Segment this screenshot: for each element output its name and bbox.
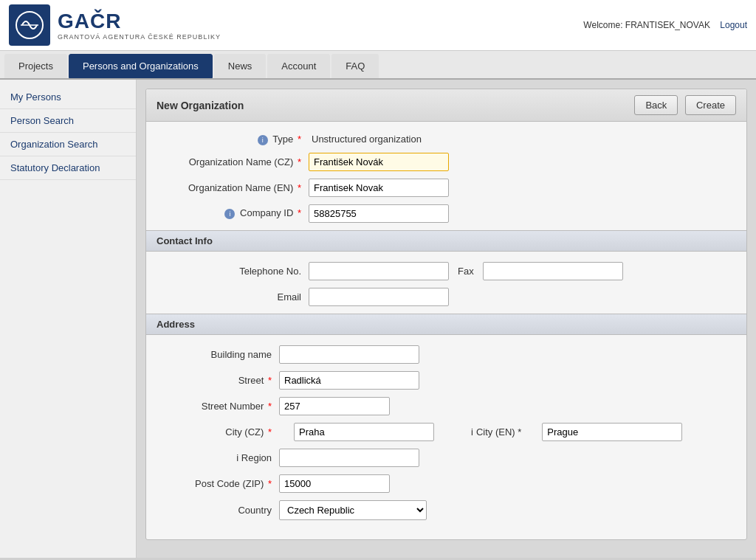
org-name-cz-label: Organization Name (CZ) * xyxy=(161,156,309,167)
contact-section-header: Contact Info xyxy=(146,230,746,252)
email-label: Email xyxy=(161,291,309,303)
country-select[interactable]: Czech Republic Slovakia Germany Austria … xyxy=(279,500,427,520)
org-name-en-label: Organization Name (EN) * xyxy=(161,182,309,193)
fax-input[interactable] xyxy=(483,262,623,280)
main-panel: New Organization Back Create i Type * Un… xyxy=(145,89,747,540)
company-id-row: i Company ID * xyxy=(161,204,732,223)
telephone-fax-row: Telephone No. Fax xyxy=(161,262,732,280)
org-name-en-row: Organization Name (EN) * xyxy=(161,179,732,197)
welcome-text: Welcome: FRANTISEK_NOVAK xyxy=(583,20,710,30)
region-input[interactable] xyxy=(279,449,419,467)
company-id-input[interactable] xyxy=(309,204,449,223)
top-bar: GAČR GRANTOVÁ AGENTURA ČESKÉ REPUBLIKY W… xyxy=(0,0,756,51)
address-section-header: Address xyxy=(146,314,746,335)
welcome-area: Welcome: FRANTISEK_NOVAK Logout xyxy=(583,20,747,30)
nav-account[interactable]: Account xyxy=(267,54,330,78)
telephone-input[interactable] xyxy=(309,262,449,280)
type-value: Unstructured organization xyxy=(312,134,422,145)
region-row: i Region xyxy=(161,449,732,467)
street-row: Street * xyxy=(161,371,732,390)
company-id-label: i Company ID * xyxy=(161,207,309,219)
post-code-input[interactable] xyxy=(279,474,390,493)
nav-news[interactable]: News xyxy=(214,54,267,78)
logo-area: GAČR GRANTOVÁ AGENTURA ČESKÉ REPUBLIKY xyxy=(9,4,221,46)
sidebar-item-org-search[interactable]: Organization Search xyxy=(0,133,136,156)
building-name-row: Building name xyxy=(161,345,732,364)
city-cz-input[interactable] xyxy=(294,423,434,441)
country-label: Country xyxy=(161,505,279,516)
logo-subtitle: GRANTOVÁ AGENTURA ČESKÉ REPUBLIKY xyxy=(58,33,221,41)
sidebar: My Persons Person Search Organization Se… xyxy=(0,80,137,558)
building-name-label: Building name xyxy=(161,349,279,360)
type-row: i Type * Unstructured organization xyxy=(161,134,732,145)
city-en-info-icon: i xyxy=(471,426,473,438)
company-info-icon: i xyxy=(224,209,235,219)
nav-faq[interactable]: FAQ xyxy=(331,54,379,78)
type-label: i Type * xyxy=(161,134,309,145)
city-en-label: City (EN) * xyxy=(476,426,521,438)
post-code-label: Post Code (ZIP) * xyxy=(161,478,279,489)
city-row: City (CZ) * i City (EN) * xyxy=(161,423,732,441)
panel-title: New Organization xyxy=(157,100,244,111)
email-row: Email xyxy=(161,288,732,306)
type-required: * xyxy=(298,134,301,145)
sidebar-item-statutory[interactable]: Statutory Declaration xyxy=(0,156,136,180)
type-info-icon: i xyxy=(258,135,268,145)
region-info-icon: i xyxy=(236,452,238,463)
nav-projects[interactable]: Projects xyxy=(4,54,67,78)
country-row: Country Czech Republic Slovakia Germany … xyxy=(161,500,732,520)
org-name-en-input[interactable] xyxy=(309,179,449,197)
main-layout: My Persons Person Search Organization Se… xyxy=(0,80,756,558)
fax-label: Fax xyxy=(458,266,474,277)
panel-body: i Type * Unstructured organization Organ… xyxy=(146,122,746,539)
post-code-row: Post Code (ZIP) * xyxy=(161,474,732,493)
street-number-row: Street Number * xyxy=(161,397,732,415)
create-button[interactable]: Create xyxy=(685,95,736,115)
back-button[interactable]: Back xyxy=(634,95,678,115)
city-en-input[interactable] xyxy=(542,423,682,441)
street-label: Street * xyxy=(161,375,279,386)
street-input[interactable] xyxy=(279,371,419,390)
email-input[interactable] xyxy=(309,288,449,306)
sidebar-item-my-persons[interactable]: My Persons xyxy=(0,86,136,109)
org-name-cz-row: Organization Name (CZ) * xyxy=(161,153,732,171)
panel-buttons: Back Create xyxy=(634,95,736,115)
logout-link[interactable]: Logout xyxy=(720,20,747,30)
sidebar-item-person-search[interactable]: Person Search xyxy=(0,109,136,133)
region-label: i Region xyxy=(161,452,279,463)
logo-text: GAČR xyxy=(58,10,221,33)
street-number-input[interactable] xyxy=(279,397,390,415)
nav-persons-orgs[interactable]: Persons and Organizations xyxy=(69,54,213,78)
street-number-label: Street Number * xyxy=(161,401,279,412)
telephone-label: Telephone No. xyxy=(161,266,309,277)
building-name-input[interactable] xyxy=(279,345,419,364)
nav-bar: Projects Persons and Organizations News … xyxy=(0,51,756,80)
city-cz-label: City (CZ) * xyxy=(161,426,279,438)
content-area: New Organization Back Create i Type * Un… xyxy=(137,80,756,558)
panel-header: New Organization Back Create xyxy=(146,89,746,122)
logo-icon xyxy=(9,4,50,46)
org-name-cz-input[interactable] xyxy=(309,153,449,171)
